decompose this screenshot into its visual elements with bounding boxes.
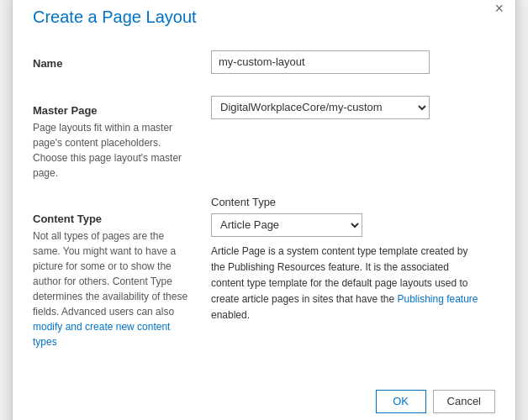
name-input[interactable]: [211, 50, 430, 74]
form-body: Name Master Page Page layouts fit within…: [33, 44, 495, 356]
master-page-input-wrapper: DigitalWorkplaceCore/my-custom: [201, 87, 495, 187]
create-page-layout-dialog: × Create a Page Layout Name Master Page …: [12, 0, 516, 420]
content-type-select[interactable]: Article Page: [211, 213, 362, 237]
ok-button[interactable]: OK: [376, 390, 426, 413]
title-prefix: Create a: [33, 8, 102, 26]
content-type-link[interactable]: modify and create new content types: [33, 321, 170, 348]
master-page-section-left: Master Page Page layouts fit within a ma…: [33, 87, 201, 187]
content-type-right-label: Content Type: [211, 196, 495, 208]
master-page-description: Page layouts fit within a master page's …: [33, 120, 201, 187]
content-type-description: Article Page is a system content type te…: [211, 244, 480, 324]
title-highlight: Page Layout: [102, 8, 196, 26]
content-type-section-left: Content Type Not all types of pages are …: [33, 196, 201, 356]
name-label: Name: [33, 44, 201, 73]
content-type-desc-end: enabled.: [211, 309, 250, 321]
content-type-desc-text: Not all types of pages are the same. You…: [33, 230, 187, 318]
content-type-desc-blue: Publishing feature: [397, 293, 478, 305]
master-page-label: Master Page: [33, 96, 98, 120]
dialog-footer: OK Cancel: [33, 376, 495, 413]
content-type-left-description: Not all types of pages are the same. You…: [33, 228, 201, 356]
close-button[interactable]: ×: [494, 1, 504, 16]
content-type-left-label: Content Type: [33, 204, 102, 228]
content-type-section-right: Content Type Article Page Article Page i…: [201, 196, 495, 356]
cancel-button[interactable]: Cancel: [433, 390, 495, 413]
master-page-select[interactable]: DigitalWorkplaceCore/my-custom: [211, 96, 430, 119]
dialog-title: Create a Page Layout: [33, 8, 495, 27]
name-input-wrapper: [201, 44, 495, 87]
